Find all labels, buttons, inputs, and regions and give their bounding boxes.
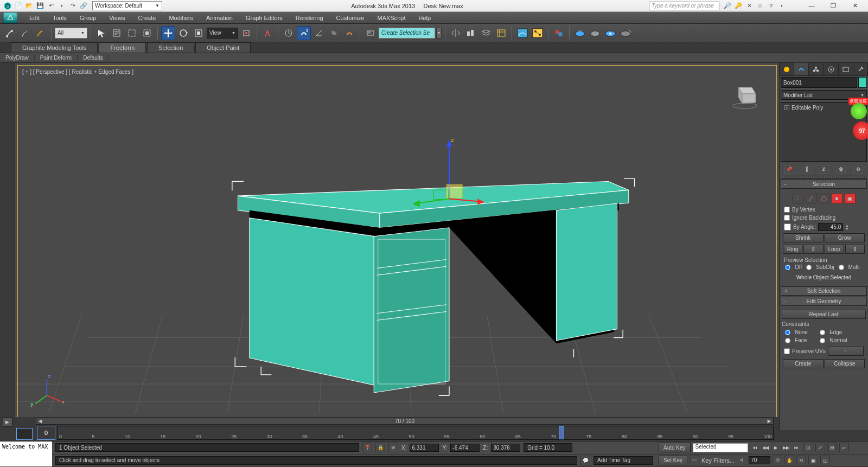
set-key-button[interactable]: Set Key [659, 456, 687, 465]
spinner-arrows[interactable]: ▲▼ [845, 224, 851, 231]
angle-spinner[interactable]: 45.0 [818, 223, 843, 231]
star-icon[interactable]: ☆ [756, 2, 764, 10]
named-set-input[interactable]: Create Selection Se [379, 28, 435, 39]
percent-snap-icon[interactable]: % [327, 26, 341, 40]
utilities-tab-icon[interactable] [853, 63, 868, 75]
timeline-right-arrow[interactable]: ► [765, 418, 773, 424]
edit-geometry-header[interactable]: - Edit Geometry [781, 297, 867, 306]
unlink-icon[interactable] [18, 26, 33, 40]
orbit-view-icon[interactable]: ⟲ [796, 456, 806, 465]
constraint-none-radio[interactable] [785, 330, 790, 335]
binoculars-icon[interactable]: 🔎 [724, 2, 731, 10]
timeline-frame-box[interactable]: 0 [37, 426, 55, 440]
menu-tools[interactable]: Tools [46, 12, 73, 24]
menu-customize[interactable]: Customize [330, 12, 371, 24]
select-link-icon[interactable] [3, 26, 17, 40]
curve-editor-icon[interactable] [515, 26, 529, 40]
key-mode-icon[interactable]: 〰 [690, 456, 699, 465]
edit-named-set-icon[interactable] [363, 26, 378, 40]
polygon-subobj-icon[interactable]: ■ [832, 194, 843, 203]
qat-dropdown-icon[interactable]: ▾ [58, 2, 66, 10]
expand-icon[interactable]: ▪ [784, 105, 789, 110]
menu-animation[interactable]: Animation [200, 12, 239, 24]
loop-button[interactable]: Loop [825, 245, 844, 254]
preserve-uvs-settings[interactable]: ▫ [828, 347, 864, 356]
key-mode-dropdown[interactable]: Selected [693, 443, 748, 452]
constraint-normal-radio[interactable] [820, 338, 825, 343]
lock-selection-icon[interactable]: 📍 [362, 443, 372, 452]
dropdown-icon[interactable]: ▾ [778, 2, 786, 10]
ribbon-sub-polydraw[interactable]: PolyDraw [0, 55, 35, 61]
time-config-icon[interactable]: ⏱ [773, 456, 782, 465]
ribbon-tab-objectpaint[interactable]: Object Paint [195, 42, 251, 53]
menu-edit[interactable]: Edit [23, 12, 46, 24]
create-tab-icon[interactable] [780, 63, 794, 75]
overlay-sticker[interactable]: 点我加速 97 [844, 98, 868, 146]
panel-divider[interactable] [781, 176, 867, 179]
save-file-icon[interactable]: 💾 [36, 2, 44, 10]
display-tab-icon[interactable] [839, 63, 853, 75]
play-icon[interactable]: ▶ [771, 443, 781, 452]
preview-subobj-radio[interactable] [806, 265, 812, 270]
menu-views[interactable]: Views [103, 12, 131, 24]
key-icon[interactable]: 🔑 [735, 2, 742, 10]
named-set-arrow[interactable]: ▼ [436, 28, 442, 39]
selection-rollout-header[interactable]: - Selection [781, 180, 867, 189]
reference-coord-dropdown[interactable]: View▼ [207, 28, 238, 39]
rendered-frame-icon[interactable] [588, 26, 602, 40]
menu-rendering[interactable]: Rendering [289, 12, 330, 24]
zoom-extents-icon[interactable]: ⤢ [815, 443, 825, 452]
goto-start-icon[interactable]: ⏮ [750, 443, 760, 452]
maximize-button[interactable]: ❐ [828, 2, 839, 9]
ignore-backfacing-check[interactable]: Ignore Backfacing [782, 214, 866, 222]
goto-end-icon[interactable]: ⏭ [792, 443, 801, 452]
select-by-name-icon[interactable] [110, 26, 124, 40]
viewcube[interactable] [727, 82, 760, 109]
schematic-view-icon[interactable] [531, 26, 545, 40]
ribbon-tab-freeform[interactable]: Freeform [99, 42, 146, 53]
menu-help[interactable]: Help [412, 12, 438, 24]
collapse-button[interactable]: Collapse [825, 359, 865, 368]
timeline-left-arrow[interactable]: ◄ [36, 418, 44, 424]
shrink-button[interactable]: Shrink [783, 233, 824, 242]
select-scale-icon[interactable] [192, 26, 206, 40]
menu-modifiers[interactable]: Modifiers [162, 12, 200, 24]
pin-stack-icon[interactable]: 📌 [784, 165, 794, 174]
current-frame-input[interactable]: 70 [749, 456, 770, 464]
element-subobj-icon[interactable]: ▣ [845, 194, 856, 203]
key-filters-button[interactable]: Key Filters... [701, 457, 735, 464]
new-file-icon[interactable]: 📄 [14, 2, 23, 10]
use-pivot-center-icon[interactable] [239, 26, 253, 40]
configure-sets-icon[interactable]: ⚙ [853, 165, 863, 174]
prev-key-icon[interactable]: ᐊ [737, 456, 746, 465]
create-button[interactable]: Create [783, 359, 824, 368]
constraint-edge-radio[interactable] [820, 330, 825, 335]
keyboard-shortcut-icon[interactable] [282, 26, 296, 40]
by-angle-check[interactable] [784, 223, 791, 231]
redo-icon[interactable]: ↷ [68, 2, 77, 10]
vertex-subobj-icon[interactable]: ⋮ [793, 194, 803, 203]
preview-multi-radio[interactable] [839, 265, 844, 270]
maxscript-listener[interactable]: Welcome to MAX [0, 442, 52, 466]
workspace-selector[interactable]: Workspace: Default ▼ [92, 1, 162, 10]
by-vertex-check[interactable]: By Vertex [782, 206, 866, 214]
add-time-tag[interactable]: Add Time Tag [593, 456, 653, 465]
maximize-viewport-icon[interactable]: ▣ [808, 456, 818, 465]
ribbon-tab-selection[interactable]: Selection [147, 42, 194, 53]
render-production-icon[interactable] [603, 26, 617, 40]
soft-selection-header[interactable]: + Soft Selection [781, 286, 867, 296]
border-subobj-icon[interactable]: ◯ [819, 194, 829, 203]
zoom-all-icon[interactable]: ⊞ [827, 443, 837, 452]
repeat-last-button[interactable]: Repeat Last [782, 310, 866, 319]
mirror-icon[interactable] [449, 26, 463, 40]
grow-button[interactable]: Grow [825, 233, 865, 242]
show-result-icon[interactable]: ǁ [802, 165, 812, 174]
ribbon-sub-paintdeform[interactable]: Paint Deform [35, 55, 78, 61]
exchange-icon[interactable]: ✕ [745, 2, 753, 10]
constraint-face-radio[interactable] [785, 338, 790, 343]
minimize-button[interactable]: — [806, 2, 817, 9]
align-icon[interactable] [464, 26, 478, 40]
pan-view-icon[interactable]: ✋ [784, 456, 794, 465]
preview-off-radio[interactable] [785, 265, 790, 270]
make-unique-icon[interactable]: ⊻ [819, 165, 828, 174]
